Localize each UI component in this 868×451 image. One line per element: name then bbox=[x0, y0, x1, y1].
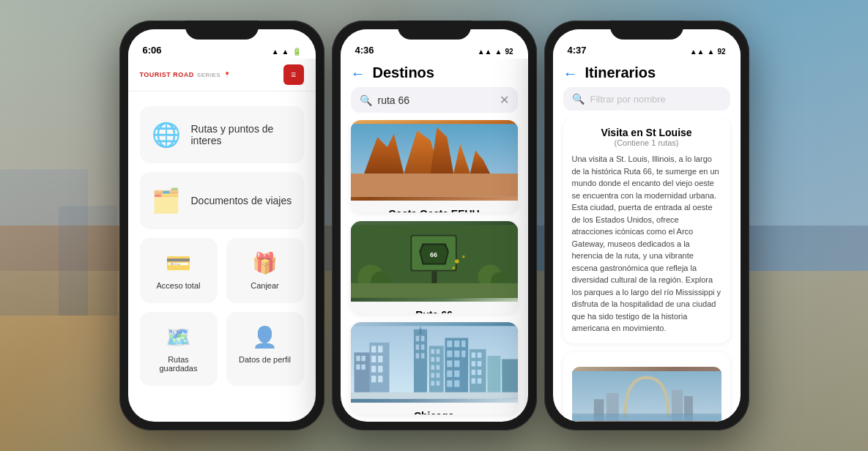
ruta66-image: 66 bbox=[351, 221, 518, 302]
svg-rect-63 bbox=[471, 352, 475, 357]
svg-rect-33 bbox=[420, 336, 424, 341]
svg-rect-61 bbox=[454, 380, 459, 387]
filter-bar[interactable]: 🔍 Filtrar por nombre bbox=[563, 87, 730, 111]
search-bar[interactable]: 🔍 ruta 66 ✕ bbox=[351, 87, 518, 113]
back-button[interactable]: ← bbox=[351, 66, 366, 81]
itinerary-st-louise[interactable]: Visita en St Louise (Contiene 1 rutas) U… bbox=[563, 118, 730, 343]
brand-sub: SERIES bbox=[197, 72, 220, 78]
chicago-name: Chicago bbox=[360, 410, 509, 414]
saved-card[interactable]: 🗺️ Rutas guardadas bbox=[140, 312, 218, 386]
documents-card[interactable]: 🗂️ Documentos de viajes bbox=[140, 172, 304, 229]
svg-rect-44 bbox=[436, 365, 439, 370]
menu-row-2: 🗺️ Rutas guardadas 👤 Datos de perfil bbox=[140, 312, 304, 386]
canjear-card[interactable]: 🎁 Canjear bbox=[226, 238, 304, 303]
signal-bars-3: ▲▲ bbox=[690, 48, 705, 56]
svg-rect-60 bbox=[447, 380, 452, 387]
menu-grid: 🌐 Rutas y puntos de interes 🗂️ Documento… bbox=[128, 92, 316, 422]
svg-rect-18 bbox=[361, 356, 365, 361]
costa-oeste-info: Costa Oeste EEUU (Contiene 6 itinerarios… bbox=[351, 201, 518, 212]
wifi-icon: ▲ bbox=[282, 48, 289, 56]
svg-rect-50 bbox=[447, 340, 452, 347]
svg-rect-64 bbox=[477, 352, 481, 357]
phone1-header: TOURIST ROAD SERIES 📍 ≡ bbox=[128, 59, 316, 92]
ruta66-svg: 66 bbox=[351, 221, 518, 302]
itinerary-joplin[interactable]: Ruta St Louis a Joplin (Contiene 1 rutas… bbox=[563, 352, 730, 422]
svg-rect-19 bbox=[356, 365, 360, 370]
svg-rect-35 bbox=[420, 345, 424, 350]
search-icon: 🔍 bbox=[360, 94, 372, 106]
clear-icon[interactable]: ✕ bbox=[500, 93, 509, 107]
svg-rect-54 bbox=[454, 351, 459, 357]
svg-rect-55 bbox=[461, 351, 465, 357]
itineraries-list: Visita en St Louise (Contiene 1 rutas) U… bbox=[553, 118, 741, 422]
svg-rect-51 bbox=[454, 340, 459, 347]
menu-row-1: 💳 Acceso total 🎁 Canjear bbox=[140, 238, 304, 303]
phone2-time: 4:36 bbox=[355, 45, 374, 56]
svg-rect-29 bbox=[378, 376, 382, 382]
svg-rect-11 bbox=[351, 283, 518, 298]
svg-rect-23 bbox=[378, 346, 382, 352]
phone1-screen: 6:06 ▲ ▲ 🔋 TOURIST ROAD SERIES 📍 ≡ bbox=[128, 29, 316, 422]
filter-input[interactable]: Filtrar por nombre bbox=[590, 94, 666, 105]
svg-rect-20 bbox=[361, 365, 365, 370]
back-button-3[interactable]: ← bbox=[563, 66, 578, 81]
svg-rect-48 bbox=[436, 381, 439, 385]
map-icon: 🗺️ bbox=[166, 325, 191, 349]
svg-rect-52 bbox=[461, 340, 465, 347]
svg-rect-32 bbox=[415, 336, 419, 341]
phones-container: 6:06 ▲ ▲ 🔋 TOURIST ROAD SERIES 📍 ≡ bbox=[0, 0, 868, 451]
destination-ruta66[interactable]: 66 bbox=[351, 221, 518, 313]
svg-rect-24 bbox=[371, 356, 376, 362]
st-louise-description: Una visita a St. Louis, Illinois, a lo l… bbox=[572, 153, 722, 335]
saved-label: Rutas guardadas bbox=[149, 355, 209, 373]
svg-text:66: 66 bbox=[430, 251, 437, 258]
desert-svg bbox=[351, 120, 518, 201]
svg-rect-68 bbox=[477, 370, 481, 375]
svg-rect-38 bbox=[429, 346, 443, 398]
svg-rect-59 bbox=[454, 370, 459, 377]
battery-3: 92 bbox=[717, 48, 725, 56]
filter-search-icon: 🔍 bbox=[572, 93, 585, 105]
costa-oeste-image bbox=[351, 120, 518, 201]
routes-card[interactable]: 🌐 Rutas y puntos de interes bbox=[140, 106, 304, 163]
svg-rect-27 bbox=[378, 366, 382, 373]
phone2-header: ← Destinos bbox=[341, 59, 528, 87]
phone1-notch bbox=[185, 20, 259, 40]
destination-chicago[interactable]: Chicago (Contiene 3 itinerarios) bbox=[351, 322, 518, 414]
svg-rect-28 bbox=[371, 376, 376, 382]
st-louis-svg bbox=[572, 367, 722, 422]
phone2-screen: 4:36 ▲▲ ▲ 92 ← Destinos 🔍 ruta 66 ✕ bbox=[341, 29, 528, 422]
svg-rect-22 bbox=[371, 346, 376, 352]
phone3-screen: 4:37 ▲▲ ▲ 92 ← Itinerarios 🔍 Filtrar por… bbox=[553, 29, 741, 422]
svg-rect-39 bbox=[431, 349, 434, 354]
chicago-image bbox=[351, 322, 518, 403]
destination-costa-oeste[interactable]: Costa Oeste EEUU (Contiene 6 itinerarios… bbox=[351, 120, 518, 212]
svg-rect-42 bbox=[436, 357, 439, 362]
st-louise-title: Visita en St Louise bbox=[572, 127, 722, 138]
itinerarios-title: Itinerarios bbox=[585, 64, 656, 81]
battery-icon: 🔋 bbox=[292, 48, 301, 56]
menu-icon-button[interactable]: ≡ bbox=[283, 64, 304, 85]
svg-rect-26 bbox=[371, 366, 376, 373]
svg-rect-56 bbox=[447, 360, 452, 367]
documents-label: Documentos de viajes bbox=[191, 195, 292, 206]
svg-rect-58 bbox=[447, 370, 452, 377]
brand-text: TOURIST ROAD bbox=[140, 71, 194, 78]
svg-point-12 bbox=[455, 259, 459, 263]
svg-rect-73 bbox=[351, 392, 518, 399]
search-input[interactable]: ruta 66 bbox=[378, 94, 494, 106]
svg-rect-17 bbox=[356, 356, 360, 361]
signal-icon: ▲ bbox=[272, 48, 279, 56]
battery-level: 92 bbox=[505, 48, 513, 56]
acceso-card[interactable]: 💳 Acceso total bbox=[140, 238, 218, 303]
svg-rect-80 bbox=[572, 416, 722, 421]
phone3-notch bbox=[610, 20, 683, 40]
svg-rect-36 bbox=[415, 353, 419, 358]
profile-card[interactable]: 👤 Datos de perfil bbox=[226, 312, 304, 386]
brand-logo: TOURIST ROAD SERIES 📍 bbox=[140, 71, 231, 78]
svg-rect-45 bbox=[431, 373, 434, 377]
svg-rect-1 bbox=[351, 174, 518, 197]
signal-bars: ▲▲ bbox=[478, 48, 492, 56]
svg-rect-37 bbox=[420, 353, 424, 358]
chicago-info: Chicago (Contiene 3 itinerarios) bbox=[351, 403, 518, 414]
